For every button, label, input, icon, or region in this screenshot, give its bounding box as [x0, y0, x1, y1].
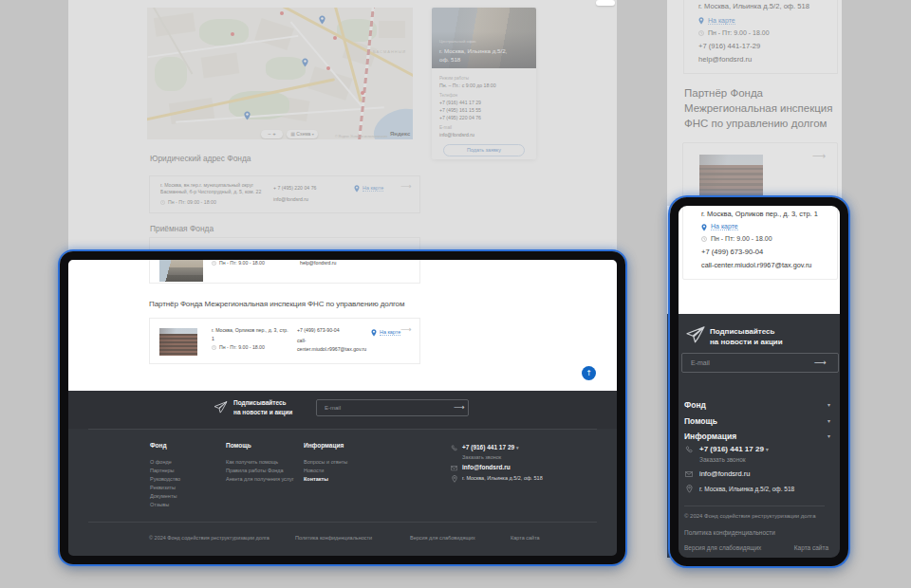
- top-pill: [596, 0, 615, 6]
- dim-overlay-desktop: [68, 0, 617, 260]
- phone-frame: [670, 197, 848, 566]
- tablet-frame: [60, 251, 625, 564]
- dim-overlay-mobile: [667, 0, 842, 206]
